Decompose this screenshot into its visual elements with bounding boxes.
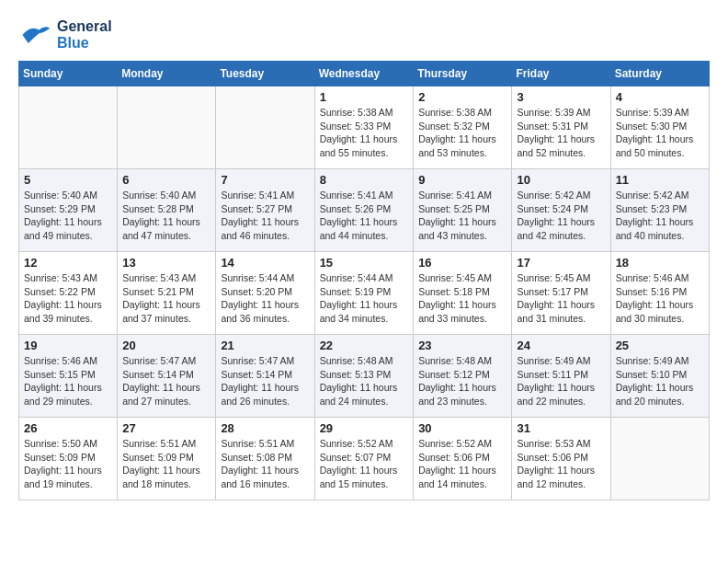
calendar-day-16: 16Sunrise: 5:45 AM Sunset: 5:18 PM Dayli…: [414, 252, 512, 335]
calendar-day-31: 31Sunrise: 5:53 AM Sunset: 5:06 PM Dayli…: [512, 418, 610, 500]
calendar-day-30: 30Sunrise: 5:52 AM Sunset: 5:06 PM Dayli…: [414, 418, 512, 500]
calendar-day-11: 11Sunrise: 5:42 AM Sunset: 5:23 PM Dayli…: [610, 169, 709, 252]
day-info: Sunrise: 5:47 AM Sunset: 5:14 PM Dayligh…: [221, 354, 309, 408]
calendar-day-20: 20Sunrise: 5:47 AM Sunset: 5:14 PM Dayli…: [118, 335, 216, 418]
day-info: Sunrise: 5:46 AM Sunset: 5:15 PM Dayligh…: [24, 354, 112, 408]
day-number: 7: [221, 173, 309, 187]
day-info: Sunrise: 5:45 AM Sunset: 5:17 PM Dayligh…: [517, 271, 605, 326]
weekday-header-friday: Friday: [512, 62, 610, 86]
day-number: 28: [221, 421, 309, 435]
day-number: 6: [122, 173, 210, 187]
day-info: Sunrise: 5:47 AM Sunset: 5:14 PM Dayligh…: [122, 354, 210, 408]
day-number: 18: [616, 256, 704, 270]
day-number: 24: [517, 339, 605, 352]
day-info: Sunrise: 5:38 AM Sunset: 5:32 PM Dayligh…: [418, 106, 506, 160]
day-info: Sunrise: 5:43 AM Sunset: 5:21 PM Dayligh…: [122, 271, 210, 326]
day-number: 5: [24, 173, 112, 187]
day-info: Sunrise: 5:52 AM Sunset: 5:07 PM Dayligh…: [320, 437, 409, 491]
day-number: 13: [122, 256, 210, 270]
weekday-header-row: SundayMondayTuesdayWednesdayThursdayFrid…: [19, 62, 710, 86]
day-number: 8: [320, 173, 409, 187]
calendar-day-empty: [610, 418, 709, 500]
weekday-header-sunday: Sunday: [19, 62, 118, 86]
day-number: 9: [418, 173, 506, 187]
weekday-header-wednesday: Wednesday: [314, 62, 414, 86]
day-number: 11: [616, 173, 704, 187]
day-number: 31: [517, 421, 605, 435]
calendar-day-14: 14Sunrise: 5:44 AM Sunset: 5:20 PM Dayli…: [216, 252, 314, 335]
day-number: 14: [221, 256, 309, 270]
day-number: 26: [24, 421, 112, 435]
day-info: Sunrise: 5:49 AM Sunset: 5:11 PM Dayligh…: [517, 354, 605, 408]
day-info: Sunrise: 5:51 AM Sunset: 5:08 PM Dayligh…: [221, 437, 309, 491]
calendar-day-12: 12Sunrise: 5:43 AM Sunset: 5:22 PM Dayli…: [19, 252, 118, 335]
day-number: 1: [320, 90, 409, 104]
calendar-day-6: 6Sunrise: 5:40 AM Sunset: 5:28 PM Daylig…: [118, 169, 216, 252]
calendar-day-18: 18Sunrise: 5:46 AM Sunset: 5:16 PM Dayli…: [610, 252, 709, 335]
calendar-day-5: 5Sunrise: 5:40 AM Sunset: 5:29 PM Daylig…: [19, 169, 118, 252]
calendar-day-8: 8Sunrise: 5:41 AM Sunset: 5:26 PM Daylig…: [314, 169, 414, 252]
day-info: Sunrise: 5:40 AM Sunset: 5:29 PM Dayligh…: [24, 189, 112, 243]
calendar-day-25: 25Sunrise: 5:49 AM Sunset: 5:10 PM Dayli…: [610, 335, 709, 418]
calendar-table: SundayMondayTuesdayWednesdayThursdayFrid…: [18, 61, 710, 500]
day-info: Sunrise: 5:51 AM Sunset: 5:09 PM Dayligh…: [122, 437, 210, 491]
day-number: 29: [320, 421, 409, 435]
day-number: 16: [418, 256, 506, 270]
page-header: General Blue: [18, 18, 710, 52]
day-info: Sunrise: 5:45 AM Sunset: 5:18 PM Dayligh…: [418, 271, 506, 326]
calendar-day-15: 15Sunrise: 5:44 AM Sunset: 5:19 PM Dayli…: [314, 252, 414, 335]
day-number: 21: [221, 339, 309, 352]
day-number: 10: [517, 173, 605, 187]
day-info: Sunrise: 5:46 AM Sunset: 5:16 PM Dayligh…: [616, 271, 704, 326]
logo-icon: [18, 18, 51, 52]
calendar-week-row: 26Sunrise: 5:50 AM Sunset: 5:09 PM Dayli…: [19, 418, 710, 500]
calendar-week-row: 1Sunrise: 5:38 AM Sunset: 5:33 PM Daylig…: [19, 86, 710, 169]
logo-text: General Blue: [57, 18, 112, 52]
calendar-day-4: 4Sunrise: 5:39 AM Sunset: 5:30 PM Daylig…: [610, 86, 709, 169]
day-number: 12: [24, 256, 112, 270]
calendar-week-row: 12Sunrise: 5:43 AM Sunset: 5:22 PM Dayli…: [19, 252, 710, 335]
day-number: 17: [517, 256, 605, 270]
calendar-day-7: 7Sunrise: 5:41 AM Sunset: 5:27 PM Daylig…: [216, 169, 314, 252]
calendar-day-24: 24Sunrise: 5:49 AM Sunset: 5:11 PM Dayli…: [512, 335, 610, 418]
weekday-header-thursday: Thursday: [414, 62, 512, 86]
day-info: Sunrise: 5:43 AM Sunset: 5:22 PM Dayligh…: [24, 271, 112, 326]
day-number: 30: [418, 421, 506, 435]
day-info: Sunrise: 5:41 AM Sunset: 5:26 PM Dayligh…: [320, 189, 409, 243]
day-info: Sunrise: 5:38 AM Sunset: 5:33 PM Dayligh…: [320, 106, 409, 160]
day-info: Sunrise: 5:40 AM Sunset: 5:28 PM Dayligh…: [122, 189, 210, 243]
day-number: 22: [320, 339, 409, 352]
weekday-header-tuesday: Tuesday: [216, 62, 314, 86]
day-info: Sunrise: 5:50 AM Sunset: 5:09 PM Dayligh…: [24, 437, 112, 491]
calendar-day-10: 10Sunrise: 5:42 AM Sunset: 5:24 PM Dayli…: [512, 169, 610, 252]
day-number: 20: [122, 339, 210, 352]
calendar-day-empty: [19, 86, 118, 169]
day-info: Sunrise: 5:52 AM Sunset: 5:06 PM Dayligh…: [418, 437, 506, 491]
calendar-day-26: 26Sunrise: 5:50 AM Sunset: 5:09 PM Dayli…: [19, 418, 118, 500]
day-number: 19: [24, 339, 112, 352]
day-number: 25: [616, 339, 704, 352]
calendar-day-21: 21Sunrise: 5:47 AM Sunset: 5:14 PM Dayli…: [216, 335, 314, 418]
calendar-day-28: 28Sunrise: 5:51 AM Sunset: 5:08 PM Dayli…: [216, 418, 314, 500]
calendar-week-row: 19Sunrise: 5:46 AM Sunset: 5:15 PM Dayli…: [19, 335, 710, 418]
calendar-week-row: 5Sunrise: 5:40 AM Sunset: 5:29 PM Daylig…: [19, 169, 710, 252]
calendar-day-empty: [216, 86, 314, 169]
calendar-day-empty: [118, 86, 216, 169]
calendar-day-22: 22Sunrise: 5:48 AM Sunset: 5:13 PM Dayli…: [314, 335, 414, 418]
day-info: Sunrise: 5:49 AM Sunset: 5:10 PM Dayligh…: [616, 354, 704, 408]
calendar-day-23: 23Sunrise: 5:48 AM Sunset: 5:12 PM Dayli…: [414, 335, 512, 418]
day-number: 2: [418, 90, 506, 104]
calendar-day-3: 3Sunrise: 5:39 AM Sunset: 5:31 PM Daylig…: [512, 86, 610, 169]
weekday-header-monday: Monday: [118, 62, 216, 86]
logo: General Blue: [18, 18, 112, 52]
day-info: Sunrise: 5:48 AM Sunset: 5:13 PM Dayligh…: [320, 354, 409, 408]
day-info: Sunrise: 5:41 AM Sunset: 5:27 PM Dayligh…: [221, 189, 309, 243]
day-number: 15: [320, 256, 409, 270]
calendar-day-19: 19Sunrise: 5:46 AM Sunset: 5:15 PM Dayli…: [19, 335, 118, 418]
calendar-day-9: 9Sunrise: 5:41 AM Sunset: 5:25 PM Daylig…: [414, 169, 512, 252]
day-info: Sunrise: 5:48 AM Sunset: 5:12 PM Dayligh…: [418, 354, 506, 408]
calendar-day-27: 27Sunrise: 5:51 AM Sunset: 5:09 PM Dayli…: [118, 418, 216, 500]
day-info: Sunrise: 5:41 AM Sunset: 5:25 PM Dayligh…: [418, 189, 506, 243]
day-number: 23: [418, 339, 506, 352]
day-info: Sunrise: 5:44 AM Sunset: 5:19 PM Dayligh…: [320, 271, 409, 326]
